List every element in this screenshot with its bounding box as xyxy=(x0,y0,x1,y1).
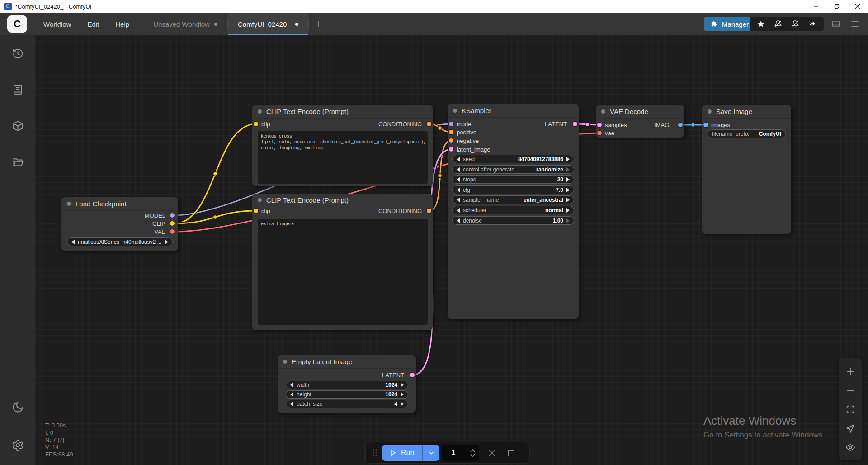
run-options-chevron-icon[interactable] xyxy=(422,445,439,461)
widget-left-arrow-icon[interactable] xyxy=(457,188,460,192)
share-icon[interactable] xyxy=(804,17,821,31)
input-slot-images[interactable] xyxy=(703,123,708,127)
bell-slash-icon[interactable] xyxy=(769,17,787,31)
output-slot-clip[interactable] xyxy=(170,221,175,226)
comfyui-logo-icon[interactable]: C xyxy=(7,15,27,33)
node-header[interactable]: CLIP Text Encode (Prompt) xyxy=(252,194,433,207)
node-empty-latent-image[interactable]: Empty Latent Image LATENT width 1024 hei… xyxy=(278,355,416,413)
decrement-icon[interactable] xyxy=(470,454,476,457)
node-vae-decode[interactable]: VAE Decode samples vae IMAGE xyxy=(596,105,684,138)
bottom-panel-toggle-icon[interactable] xyxy=(829,17,843,31)
input-slot-vae[interactable] xyxy=(597,131,602,135)
widget-right-arrow-icon[interactable] xyxy=(401,383,404,387)
batch-count-stepper[interactable]: 1 xyxy=(442,445,479,461)
widget-left-arrow-icon[interactable] xyxy=(457,218,460,223)
input-slot-negative[interactable] xyxy=(449,138,453,143)
new-tab-button[interactable] xyxy=(309,13,329,35)
minimize-button[interactable] xyxy=(806,0,826,13)
steps-widget[interactable]: steps 20 xyxy=(452,175,574,184)
zoom-out-icon[interactable] xyxy=(844,384,857,397)
widget-right-arrow-icon[interactable] xyxy=(566,157,570,161)
collapse-dot-icon[interactable] xyxy=(708,109,712,114)
star-icon[interactable] xyxy=(752,17,769,31)
theme-toggle-moon-icon[interactable] xyxy=(8,397,28,417)
close-button[interactable] xyxy=(847,0,868,13)
tab-dirty-dot-icon[interactable] xyxy=(214,23,217,26)
output-slot-latent[interactable] xyxy=(410,373,415,377)
node-header[interactable]: Save Image xyxy=(702,105,791,119)
zoom-in-icon[interactable] xyxy=(844,365,857,378)
widget-right-arrow-icon[interactable] xyxy=(566,167,570,172)
prompt-textarea[interactable]: kenkou_cross 1girl, solo, neco-arc, ches… xyxy=(258,131,428,184)
node-clip-text-encode-positive[interactable]: CLIP Text Encode (Prompt) clip CONDITION… xyxy=(252,105,433,186)
restore-button[interactable] xyxy=(826,0,847,13)
widget-left-arrow-icon[interactable] xyxy=(457,198,460,202)
widget-left-arrow-icon[interactable] xyxy=(457,167,460,172)
tab-dirty-dot-icon[interactable] xyxy=(295,23,298,26)
seed-widget[interactable]: seed 847040912783886 xyxy=(452,155,574,163)
menu-edit[interactable]: Edit xyxy=(87,20,99,28)
node-header[interactable]: Empty Latent Image xyxy=(278,355,416,369)
output-slot-vae[interactable] xyxy=(170,229,175,234)
node-ksampler[interactable]: KSampler model positive negative latent_… xyxy=(448,104,579,319)
manager-button[interactable]: Manager xyxy=(704,17,755,31)
menu-help[interactable]: Help xyxy=(115,20,129,28)
node-header[interactable]: KSampler xyxy=(448,104,579,118)
bell-slash-icon[interactable] xyxy=(787,17,804,31)
output-slot-conditioning[interactable] xyxy=(427,122,431,126)
input-slot-clip[interactable] xyxy=(254,122,258,126)
collapse-dot-icon[interactable] xyxy=(601,109,605,114)
prompt-textarea[interactable]: extra fingers xyxy=(258,219,428,325)
clear-queue-x-icon[interactable] xyxy=(484,445,500,461)
widget-left-arrow-icon[interactable] xyxy=(290,402,293,406)
filename-prefix-widget[interactable]: filename_prefix ComfyUI xyxy=(708,129,786,138)
history-icon[interactable] xyxy=(8,43,28,63)
collapse-dot-icon[interactable] xyxy=(67,202,71,206)
increment-icon[interactable] xyxy=(470,449,476,452)
node-library-icon[interactable] xyxy=(8,80,28,100)
ckpt-name-widget[interactable]: nnaillousXlSeries_n40naillousv2 ... xyxy=(67,237,173,246)
sampler-name-widget[interactable]: sampler_name euler_ancestral xyxy=(452,195,574,204)
node-header[interactable]: CLIP Text Encode (Prompt) xyxy=(252,105,433,119)
scheduler-widget[interactable]: scheduler normal xyxy=(452,206,574,214)
pan-navigate-icon[interactable] xyxy=(844,422,857,435)
collapse-dot-icon[interactable] xyxy=(258,198,262,202)
input-slot-clip[interactable] xyxy=(254,209,258,213)
stop-button-icon[interactable] xyxy=(503,445,519,461)
widget-right-arrow-icon[interactable] xyxy=(566,177,570,182)
control-after-generate-widget[interactable]: control after generate randomize xyxy=(452,165,574,174)
workflows-folder-icon[interactable] xyxy=(8,152,28,172)
node-header[interactable]: VAE Decode xyxy=(596,105,684,119)
collapse-dot-icon[interactable] xyxy=(283,360,287,364)
toggle-visibility-eye-icon[interactable] xyxy=(844,441,857,454)
widget-left-arrow-icon[interactable] xyxy=(290,392,293,397)
menu-workflow[interactable]: Workflow xyxy=(43,20,71,28)
collapse-dot-icon[interactable] xyxy=(258,109,262,114)
tab-unsaved-workflow[interactable]: Unsaved Workflow xyxy=(143,13,227,35)
node-save-image[interactable]: Save Image images filename_prefix ComfyU… xyxy=(702,105,791,234)
fit-view-icon[interactable] xyxy=(844,403,857,416)
batch-size-widget[interactable]: batch_size 4 xyxy=(286,400,408,408)
widget-right-arrow-icon[interactable] xyxy=(401,392,404,397)
height-widget[interactable]: height 1024 xyxy=(286,390,408,399)
output-slot-latent[interactable] xyxy=(573,122,577,126)
widget-left-arrow-icon[interactable] xyxy=(71,240,75,244)
collapse-dot-icon[interactable] xyxy=(453,109,457,113)
run-button[interactable]: Run xyxy=(382,449,422,457)
input-slot-model[interactable] xyxy=(449,122,453,126)
width-widget[interactable]: width 1024 xyxy=(286,381,408,389)
settings-gear-icon[interactable] xyxy=(8,435,28,455)
input-slot-samples[interactable] xyxy=(597,123,602,127)
denoise-widget[interactable]: denoise 1.00 xyxy=(452,216,574,225)
widget-left-arrow-icon[interactable] xyxy=(457,157,460,161)
tab-comfyui-02420[interactable]: ComfyUI_02420_ xyxy=(228,13,308,35)
widget-left-arrow-icon[interactable] xyxy=(457,177,460,182)
output-slot-model[interactable] xyxy=(170,213,175,218)
model-library-icon[interactable] xyxy=(8,116,28,136)
output-slot-image[interactable] xyxy=(678,123,683,127)
widget-right-arrow-icon[interactable] xyxy=(566,218,570,223)
widget-right-arrow-icon[interactable] xyxy=(401,402,404,406)
widget-right-arrow-icon[interactable] xyxy=(165,240,168,244)
node-load-checkpoint[interactable]: Load Checkpoint MODEL CLIP VAE nnaillous… xyxy=(61,197,178,251)
drag-handle-icon[interactable] xyxy=(372,448,377,457)
